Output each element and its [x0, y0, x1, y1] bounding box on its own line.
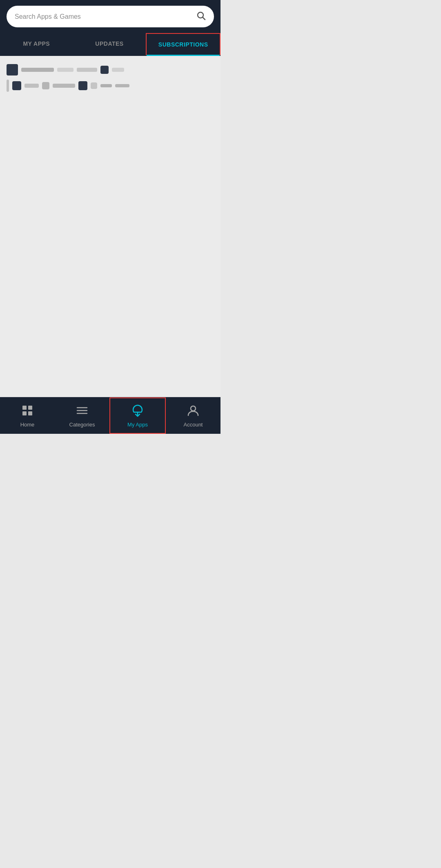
skeleton-text-4 — [112, 68, 124, 72]
nav-item-account[interactable]: Account — [166, 397, 220, 434]
nav-label-my-apps: My Apps — [127, 422, 148, 428]
nav-label-categories: Categories — [69, 422, 95, 428]
skeleton-bar — [7, 80, 9, 92]
nav-item-my-apps[interactable]: My Apps — [109, 397, 166, 434]
content-area — [0, 56, 220, 397]
skeleton-text-1 — [21, 68, 54, 72]
header: Search Apps & Games — [0, 0, 220, 33]
skeleton-text-5 — [24, 84, 39, 88]
nav-item-home[interactable]: Home — [0, 397, 55, 434]
svg-point-10 — [191, 406, 196, 411]
search-icon[interactable] — [196, 11, 206, 22]
tabs-bar: MY APPS UPDATES SUBSCRIPTIONS — [0, 33, 220, 56]
svg-line-1 — [203, 18, 205, 20]
categories-icon — [76, 404, 89, 419]
skeleton-text-8 — [115, 84, 129, 87]
tab-updates[interactable]: UPDATES — [73, 33, 146, 55]
home-icon — [21, 404, 34, 419]
skeleton-text-3 — [77, 68, 97, 72]
svg-rect-5 — [28, 411, 32, 415]
skeleton-icon-6 — [91, 82, 97, 89]
skeleton-icon-5 — [78, 81, 87, 90]
nav-label-home: Home — [20, 422, 35, 428]
skeleton-icon-2 — [100, 66, 109, 74]
search-placeholder: Search Apps & Games — [15, 13, 192, 20]
svg-rect-4 — [22, 411, 27, 415]
search-bar[interactable]: Search Apps & Games — [7, 6, 214, 27]
skeleton-icon-1 — [7, 64, 18, 75]
bottom-nav: Home Categories My Apps — [0, 397, 220, 434]
skeleton-icon-3 — [12, 81, 21, 90]
my-apps-icon — [131, 404, 144, 419]
skeleton-row-1 — [7, 64, 214, 75]
account-icon — [187, 404, 200, 419]
svg-rect-2 — [22, 406, 27, 410]
nav-item-categories[interactable]: Categories — [55, 397, 109, 434]
tab-my-apps[interactable]: MY APPS — [0, 33, 73, 55]
skeleton-text-2 — [57, 68, 74, 72]
skeleton-text-7 — [100, 84, 112, 87]
tab-subscriptions[interactable]: SUBSCRIPTIONS — [146, 33, 220, 55]
skeleton-text-6 — [53, 84, 75, 88]
skeleton-icon-4 — [42, 82, 49, 89]
nav-label-account: Account — [184, 422, 203, 428]
skeleton-row-2 — [7, 80, 214, 92]
svg-rect-3 — [28, 406, 32, 410]
